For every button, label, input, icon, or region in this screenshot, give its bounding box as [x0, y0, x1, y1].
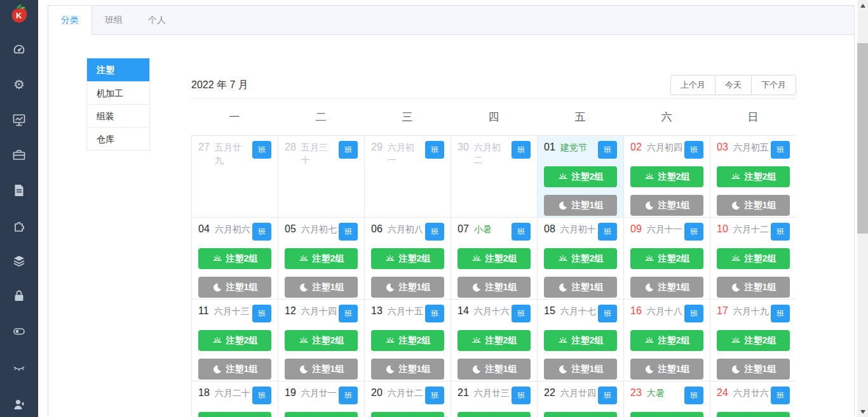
- day-cell-header: 11六月十三班: [198, 305, 271, 322]
- scroll-down-arrow-icon[interactable]: [857, 406, 868, 417]
- vertical-scrollbar[interactable]: [857, 0, 868, 417]
- night-shift-button[interactable]: 注塑1组: [717, 277, 790, 298]
- night-shift-button[interactable]: 注塑1组: [371, 359, 444, 380]
- calendar-day-cell[interactable]: 18六月二十班注塑2组注塑1组: [192, 381, 278, 417]
- day-shift-button[interactable]: 注塑2组: [630, 166, 703, 187]
- puzzle-icon[interactable]: [11, 218, 27, 233]
- lock-icon[interactable]: [11, 288, 27, 303]
- night-shift-button[interactable]: 注塑1组: [717, 195, 790, 216]
- calendar-day-cell[interactable]: 14六月十六班注塑2组注塑1组: [451, 300, 538, 381]
- calendar-day-cell[interactable]: 13六月十五班注塑2组注塑1组: [365, 300, 451, 381]
- calendar-day-cell[interactable]: 09六月十一班注塑2组注塑1组: [624, 218, 710, 300]
- category-item-warehouse[interactable]: 仓库: [87, 127, 149, 150]
- day-shift-button[interactable]: 注塑2组: [630, 248, 703, 269]
- calendar-day-cell[interactable]: 04六月初六班注塑2组注塑1组: [192, 218, 278, 300]
- gear-icon[interactable]: ⚙: [11, 77, 27, 92]
- day-shift-button[interactable]: 注塑2组: [717, 412, 790, 417]
- toolbox-icon[interactable]: [11, 147, 27, 162]
- night-shift-button[interactable]: 注塑1组: [198, 277, 271, 298]
- day-shift-button[interactable]: 注塑2组: [285, 330, 358, 351]
- layers-icon[interactable]: [11, 253, 27, 268]
- day-shift-button[interactable]: 注塑2组: [717, 330, 790, 351]
- day-shift-button[interactable]: 注塑2组: [458, 248, 531, 269]
- night-shift-button[interactable]: 注塑1组: [630, 195, 703, 216]
- day-shift-button[interactable]: 注塑2组: [285, 412, 358, 417]
- day-shift-button[interactable]: 注塑2组: [544, 248, 617, 269]
- day-shift-button[interactable]: 注塑2组: [285, 248, 358, 269]
- day-shift-button[interactable]: 注塑2组: [544, 330, 617, 351]
- calendar-day-cell[interactable]: 15六月十七班注塑2组注塑1组: [538, 300, 624, 381]
- monitor-chart-icon[interactable]: [11, 112, 27, 128]
- strawberry-logo-icon[interactable]: K: [8, 3, 30, 27]
- night-shift-button[interactable]: 注塑1组: [458, 359, 531, 380]
- day-shift-button[interactable]: 注塑2组: [198, 248, 271, 269]
- night-shift-button[interactable]: 注塑1组: [285, 359, 358, 380]
- dashboard-icon[interactable]: [11, 42, 27, 57]
- calendar-day-cell[interactable]: 23大暑班注塑2组注塑1组: [624, 381, 710, 417]
- day-cell-header: 16六月十八班: [630, 305, 703, 322]
- day-shift-button[interactable]: 注塑2组: [717, 166, 790, 187]
- night-shift-button[interactable]: 注塑1组: [630, 359, 703, 380]
- day-shift-button[interactable]: 注塑2组: [544, 412, 617, 417]
- day-shift-button[interactable]: 注塑2组: [371, 330, 444, 351]
- day-shift-label: 注塑2组: [658, 335, 690, 347]
- day-shift-button[interactable]: 注塑2组: [458, 412, 531, 417]
- calendar-day-cell[interactable]: 27五月廿九班: [192, 136, 278, 218]
- document-icon[interactable]: [11, 183, 27, 198]
- scroll-up-arrow-icon[interactable]: [857, 0, 868, 11]
- next-month-button[interactable]: 下个月: [751, 75, 796, 95]
- day-shift-button[interactable]: 注塑2组: [371, 412, 444, 417]
- day-shift-button[interactable]: 注塑2组: [458, 330, 531, 351]
- calendar-day-cell[interactable]: 02六月初四班注塑2组注塑1组: [624, 136, 710, 218]
- night-shift-button[interactable]: 注塑1组: [458, 277, 531, 298]
- users-icon[interactable]: [11, 397, 27, 412]
- calendar-day-cell[interactable]: 07小暑班注塑2组注塑1组: [451, 218, 538, 300]
- day-shift-button[interactable]: 注塑2组: [198, 412, 271, 417]
- calendar-day-cell[interactable]: 05六月初七班注塑2组注塑1组: [278, 218, 365, 300]
- calendar-day-cell[interactable]: 24六月廿六班注塑2组注塑1组: [710, 381, 796, 417]
- eye-closed-icon[interactable]: [11, 361, 27, 376]
- category-item-assembly[interactable]: 组装: [87, 104, 149, 127]
- night-shift-button[interactable]: 注塑1组: [198, 359, 271, 380]
- workday-badge: 班: [684, 305, 703, 322]
- tab-personal[interactable]: 个人: [135, 6, 179, 34]
- calendar-day-cell[interactable]: 16六月十八班注塑2组注塑1组: [624, 300, 710, 381]
- calendar-day-cell[interactable]: 03六月初五班注塑2组注塑1组: [710, 136, 796, 218]
- calendar-day-cell[interactable]: 20六月廿二班注塑2组注塑1组: [365, 381, 451, 417]
- day-shift-button[interactable]: 注塑2组: [544, 166, 617, 187]
- day-number: 11: [198, 305, 209, 317]
- calendar-day-cell[interactable]: 28五月三十班: [278, 136, 365, 218]
- night-shift-button[interactable]: 注塑1组: [717, 359, 790, 380]
- night-shift-button[interactable]: 注塑1组: [630, 277, 703, 298]
- calendar-day-cell[interactable]: 29六月初一班: [365, 136, 451, 218]
- toggle-icon[interactable]: [11, 324, 27, 339]
- day-shift-button[interactable]: 注塑2组: [630, 330, 703, 351]
- calendar-day-cell[interactable]: 10六月十二班注塑2组注塑1组: [710, 218, 796, 300]
- scrollbar-thumb[interactable]: [857, 43, 868, 234]
- calendar-day-cell[interactable]: 12六月十四班注塑2组注塑1组: [278, 300, 365, 381]
- calendar-day-cell[interactable]: 01建党节班注塑2组注塑1组: [538, 136, 624, 218]
- night-shift-button[interactable]: 注塑1组: [544, 195, 617, 216]
- night-shift-button[interactable]: 注塑1组: [544, 277, 617, 298]
- calendar-day-cell[interactable]: 30六月初二班: [451, 136, 538, 218]
- night-shift-button[interactable]: 注塑1组: [544, 359, 617, 380]
- day-shift-button[interactable]: 注塑2组: [371, 248, 444, 269]
- prev-month-button[interactable]: 上个月: [670, 75, 715, 95]
- night-shift-button[interactable]: 注塑1组: [371, 277, 444, 298]
- calendar-day-cell[interactable]: 22六月廿四班注塑2组注塑1组: [538, 381, 624, 417]
- calendar-day-cell[interactable]: 11六月十三班注塑2组注塑1组: [192, 300, 278, 381]
- category-item-machining[interactable]: 机加工: [87, 81, 149, 104]
- calendar-day-cell[interactable]: 21六月廿三班注塑2组注塑1组: [451, 381, 538, 417]
- category-item-injection[interactable]: 注塑: [87, 58, 149, 81]
- night-shift-button[interactable]: 注塑1组: [285, 277, 358, 298]
- day-shift-button[interactable]: 注塑2组: [717, 248, 790, 269]
- calendar-day-cell[interactable]: 19六月廿一班注塑2组注塑1组: [278, 381, 365, 417]
- calendar-day-cell[interactable]: 06六月初八班注塑2组注塑1组: [365, 218, 451, 300]
- day-shift-button[interactable]: 注塑2组: [198, 330, 271, 351]
- calendar-day-cell[interactable]: 17六月十九班注塑2组注塑1组: [710, 300, 796, 381]
- day-shift-button[interactable]: 注塑2组: [630, 412, 703, 417]
- calendar-day-cell[interactable]: 08六月初十班注塑2组注塑1组: [538, 218, 624, 300]
- tab-category[interactable]: 分类: [48, 6, 92, 35]
- tab-team[interactable]: 班组: [92, 6, 135, 34]
- today-button[interactable]: 今天: [715, 75, 752, 95]
